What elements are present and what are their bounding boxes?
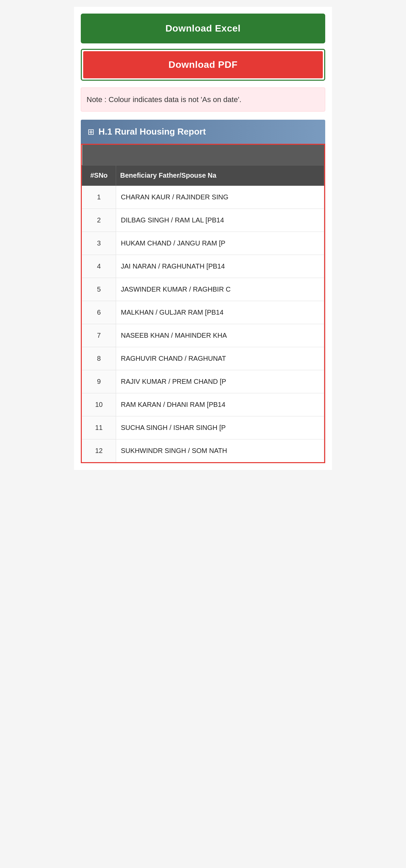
table-row: 6MALKHAN / GULJAR RAM [PB14 bbox=[82, 301, 324, 324]
cell-beneficiary: MALKHAN / GULJAR RAM [PB14 bbox=[116, 301, 324, 324]
empty-header-name bbox=[116, 145, 324, 165]
table-header-row-1 bbox=[82, 145, 324, 165]
cell-sno: 2 bbox=[82, 209, 116, 232]
table-body: 1CHARAN KAUR / RAJINDER SING2DILBAG SING… bbox=[82, 185, 324, 462]
table-row: 7NASEEB KHAN / MAHINDER KHA bbox=[82, 324, 324, 347]
cell-sno: 5 bbox=[82, 278, 116, 301]
note-box: Note : Colour indicates data is not 'As … bbox=[81, 87, 325, 112]
cell-beneficiary: RAJIV KUMAR / PREM CHAND [P bbox=[116, 370, 324, 393]
col-header-beneficiary: Beneficiary Father/Spouse Na bbox=[116, 165, 324, 185]
table-wrapper: #SNo Beneficiary Father/Spouse Na 1CHARA… bbox=[81, 144, 325, 463]
report-header: ⊞ H.1 Rural Housing Report bbox=[81, 120, 325, 144]
table-row: 8RAGHUVIR CHAND / RAGHUNAT bbox=[82, 347, 324, 370]
cell-beneficiary: JASWINDER KUMAR / RAGHBIR C bbox=[116, 278, 324, 301]
report-title: H.1 Rural Housing Report bbox=[98, 126, 206, 137]
cell-sno: 11 bbox=[82, 416, 116, 439]
table-header-row-2: #SNo Beneficiary Father/Spouse Na bbox=[82, 165, 324, 185]
table-row: 12SUKHWINDR SINGH / SOM NATH bbox=[82, 439, 324, 462]
cell-sno: 6 bbox=[82, 301, 116, 324]
download-pdf-button[interactable]: Download PDF bbox=[83, 51, 323, 78]
cell-beneficiary: DILBAG SINGH / RAM LAL [PB14 bbox=[116, 209, 324, 232]
empty-header-sno bbox=[82, 145, 116, 165]
cell-sno: 3 bbox=[82, 232, 116, 255]
cell-sno: 12 bbox=[82, 439, 116, 462]
report-section: ⊞ H.1 Rural Housing Report #SNo Benefici… bbox=[81, 120, 325, 463]
table-row: 5JASWINDER KUMAR / RAGHBIR C bbox=[82, 278, 324, 301]
cell-sno: 7 bbox=[82, 324, 116, 347]
table-row: 10RAM KARAN / DHANI RAM [PB14 bbox=[82, 393, 324, 416]
cell-beneficiary: SUCHA SINGH / ISHAR SINGH [P bbox=[116, 416, 324, 439]
table-row: 3HUKAM CHAND / JANGU RAM [P bbox=[82, 232, 324, 255]
report-table: #SNo Beneficiary Father/Spouse Na 1CHARA… bbox=[82, 145, 324, 462]
cell-beneficiary: RAGHUVIR CHAND / RAGHUNAT bbox=[116, 347, 324, 370]
cell-beneficiary: HUKAM CHAND / JANGU RAM [P bbox=[116, 232, 324, 255]
cell-sno: 4 bbox=[82, 255, 116, 278]
cell-sno: 8 bbox=[82, 347, 116, 370]
table-row: 11SUCHA SINGH / ISHAR SINGH [P bbox=[82, 416, 324, 439]
page-container: Download Excel Download PDF Note : Colou… bbox=[74, 7, 332, 470]
cell-beneficiary: RAM KARAN / DHANI RAM [PB14 bbox=[116, 393, 324, 416]
table-row: 9RAJIV KUMAR / PREM CHAND [P bbox=[82, 370, 324, 393]
cell-beneficiary: CHARAN KAUR / RAJINDER SING bbox=[116, 185, 324, 209]
cell-beneficiary: SUKHWINDR SINGH / SOM NATH bbox=[116, 439, 324, 462]
cell-beneficiary: NASEEB KHAN / MAHINDER KHA bbox=[116, 324, 324, 347]
table-row: 1CHARAN KAUR / RAJINDER SING bbox=[82, 185, 324, 209]
note-text: Note : Colour indicates data is not 'As … bbox=[87, 95, 241, 104]
download-excel-button[interactable]: Download Excel bbox=[81, 14, 325, 43]
report-table-icon: ⊞ bbox=[88, 127, 94, 137]
cell-sno: 9 bbox=[82, 370, 116, 393]
cell-sno: 10 bbox=[82, 393, 116, 416]
col-header-sno: #SNo bbox=[82, 165, 116, 185]
cell-sno: 1 bbox=[82, 185, 116, 209]
download-pdf-wrapper: Download PDF bbox=[81, 49, 325, 81]
table-row: 4JAI NARAN / RAGHUNATH [PB14 bbox=[82, 255, 324, 278]
cell-beneficiary: JAI NARAN / RAGHUNATH [PB14 bbox=[116, 255, 324, 278]
table-row: 2DILBAG SINGH / RAM LAL [PB14 bbox=[82, 209, 324, 232]
